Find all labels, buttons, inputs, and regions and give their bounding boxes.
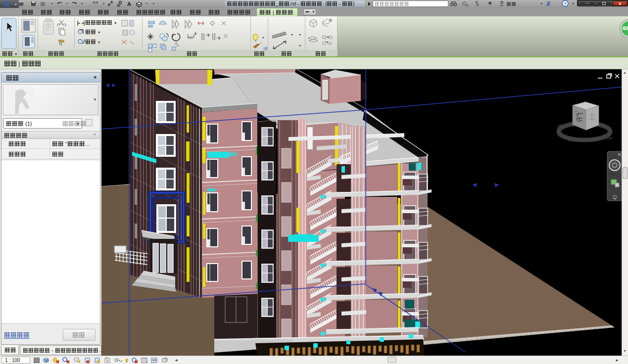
svg-text:SW: SW (606, 136, 613, 140)
svg-text:X: X (546, 0, 551, 7)
svg-text:R: R (3, 0, 9, 8)
svg-text:N: N (568, 138, 571, 142)
svg-text:?: ? (564, 1, 567, 6)
svg-text:A: A (127, 1, 131, 7)
